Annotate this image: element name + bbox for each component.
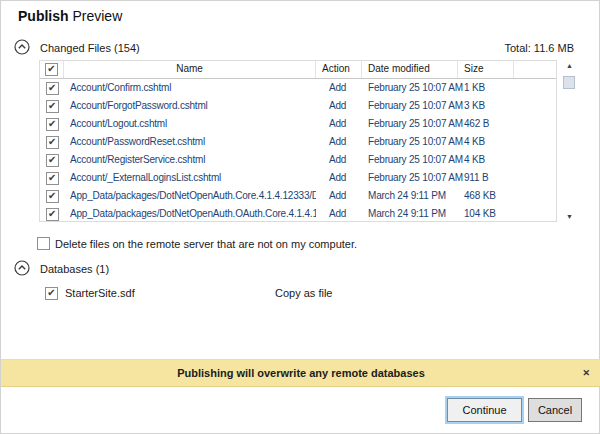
file-date-modified: February 25 10:07 AM — [362, 97, 458, 115]
file-action: Add — [316, 79, 362, 97]
file-date-modified: February 25 10:07 AM — [362, 115, 458, 133]
file-name: Account/Logout.cshtml — [64, 115, 316, 133]
file-action: Add — [316, 205, 362, 222]
table-row[interactable]: ✔Account/Logout.cshtmlAddFebruary 25 10:… — [40, 115, 556, 133]
row-filler-cell — [514, 115, 556, 133]
file-action: Add — [316, 97, 362, 115]
file-size: 104 KB — [458, 205, 514, 222]
file-date-modified: March 24 9:11 PM — [362, 205, 458, 222]
file-name: Account/RegisterService.cshtml — [64, 151, 316, 169]
file-action: Add — [316, 169, 362, 187]
chevron-up-circle-icon — [14, 39, 30, 55]
row-filler-cell — [514, 133, 556, 151]
row-checkbox[interactable]: ✔ — [46, 82, 59, 95]
row-filler-cell — [514, 79, 556, 97]
table-scrollbar[interactable]: ▲ ▼ — [561, 61, 578, 222]
continue-button[interactable]: Continue — [447, 398, 522, 422]
file-action: Add — [316, 115, 362, 133]
column-header-size[interactable]: Size — [458, 61, 514, 78]
delete-files-checkbox[interactable] — [37, 237, 50, 250]
publish-preview-dialog: Publish Preview Changed Files (154) Tota… — [0, 0, 600, 434]
scrollbar-thumb[interactable] — [563, 76, 575, 89]
page-title-bold: Publish — [18, 8, 69, 24]
row-checkbox-cell: ✔ — [40, 115, 64, 133]
row-filler-cell — [514, 205, 556, 222]
row-filler-cell — [514, 169, 556, 187]
page-title: Publish Preview — [18, 8, 122, 24]
table-row[interactable]: ✔Account/_ExternalLoginsList.cshtmlAddFe… — [40, 169, 556, 187]
row-checkbox-cell: ✔ — [40, 133, 64, 151]
file-action: Add — [316, 133, 362, 151]
close-icon[interactable]: ✕ — [582, 360, 590, 386]
row-checkbox[interactable]: ✔ — [46, 118, 59, 131]
file-date-modified: February 25 10:07 AM — [362, 169, 458, 187]
database-row: ✔ StarterSite.sdf Copy as file — [45, 286, 565, 302]
file-name: App_Data/packages/DotNetOpenAuth.OAuth.C… — [64, 205, 316, 222]
table-row[interactable]: ✔Account/RegisterService.cshtmlAddFebrua… — [40, 151, 556, 169]
column-header-name[interactable]: Name — [64, 61, 316, 78]
table-body: ✔Account/Confirm.cshtmlAddFebruary 25 10… — [40, 79, 556, 222]
row-checkbox[interactable]: ✔ — [46, 154, 59, 167]
table-row[interactable]: ✔App_Data/packages/DotNetOpenAuth.Core.4… — [40, 187, 556, 205]
column-header-date-modified[interactable]: Date modified — [362, 61, 458, 78]
delete-files-label: Delete files on the remote server that a… — [55, 238, 357, 250]
table-row[interactable]: ✔App_Data/packages/DotNetOpenAuth.OAuth.… — [40, 205, 556, 222]
file-size: 4 KB — [458, 151, 514, 169]
database-checkbox[interactable]: ✔ — [45, 287, 58, 300]
row-checkbox[interactable]: ✔ — [46, 172, 59, 185]
databases-section-label: Databases (1) — [40, 263, 109, 275]
file-name: App_Data/packages/DotNetOpenAuth.Core.4.… — [64, 187, 316, 205]
collapse-databases-button[interactable] — [14, 260, 30, 276]
file-size: 468 KB — [458, 187, 514, 205]
file-date-modified: March 24 9:11 PM — [362, 187, 458, 205]
row-checkbox-cell: ✔ — [40, 169, 64, 187]
select-all-checkbox-cell: ✔ — [40, 61, 64, 78]
table-row[interactable]: ✔Account/ForgotPassword.cshtmlAddFebruar… — [40, 97, 556, 115]
warning-message: Publishing will overwrite any remote dat… — [177, 367, 425, 379]
row-checkbox[interactable]: ✔ — [46, 208, 59, 221]
row-checkbox-cell: ✔ — [40, 151, 64, 169]
file-action: Add — [316, 187, 362, 205]
file-size: 4 KB — [458, 133, 514, 151]
file-name: Account/_ExternalLoginsList.cshtml — [64, 169, 316, 187]
row-filler-cell — [514, 151, 556, 169]
changed-files-table: ✔ Name Action Date modified Size ✔Accoun… — [39, 60, 557, 222]
file-size: 1 KB — [458, 79, 514, 97]
row-checkbox[interactable]: ✔ — [46, 100, 59, 113]
cancel-button[interactable]: Cancel — [528, 398, 582, 422]
row-checkbox-cell: ✔ — [40, 187, 64, 205]
row-checkbox-cell: ✔ — [40, 79, 64, 97]
row-checkbox[interactable]: ✔ — [46, 136, 59, 149]
table-header-row: ✔ Name Action Date modified Size — [40, 61, 556, 79]
row-checkbox-cell: ✔ — [40, 205, 64, 222]
file-size: 3 KB — [458, 97, 514, 115]
row-filler-cell — [514, 97, 556, 115]
select-all-checkbox[interactable]: ✔ — [45, 63, 58, 76]
scroll-up-icon[interactable]: ▲ — [561, 61, 578, 71]
file-date-modified: February 25 10:07 AM — [362, 133, 458, 151]
file-name: Account/PasswordReset.cshtml — [64, 133, 316, 151]
row-checkbox-cell: ✔ — [40, 97, 64, 115]
file-name: Account/Confirm.cshtml — [64, 79, 316, 97]
row-checkbox[interactable]: ✔ — [46, 190, 59, 203]
scroll-down-icon[interactable]: ▼ — [561, 212, 578, 222]
changed-files-section-label: Changed Files (154) — [40, 42, 140, 54]
total-size-label: Total: 11.6 MB — [505, 42, 575, 54]
file-size: 911 B — [458, 169, 514, 187]
page-title-rest: Preview — [72, 8, 122, 24]
delete-files-option[interactable]: Delete files on the remote server that a… — [37, 237, 357, 250]
row-filler-cell — [514, 187, 556, 205]
chevron-up-circle-icon — [14, 260, 30, 276]
column-header-action[interactable]: Action — [316, 61, 362, 78]
file-action: Add — [316, 151, 362, 169]
collapse-changed-files-button[interactable] — [14, 39, 30, 55]
file-date-modified: February 25 10:07 AM — [362, 79, 458, 97]
column-header-filler — [514, 61, 556, 78]
database-name: StarterSite.sdf — [65, 287, 135, 299]
database-copy-mode: Copy as file — [275, 287, 332, 299]
file-size: 462 B — [458, 115, 514, 133]
warning-bar: Publishing will overwrite any remote dat… — [1, 359, 600, 387]
table-row[interactable]: ✔Account/Confirm.cshtmlAddFebruary 25 10… — [40, 79, 556, 97]
file-date-modified: February 25 10:07 AM — [362, 151, 458, 169]
table-row[interactable]: ✔Account/PasswordReset.cshtmlAddFebruary… — [40, 133, 556, 151]
